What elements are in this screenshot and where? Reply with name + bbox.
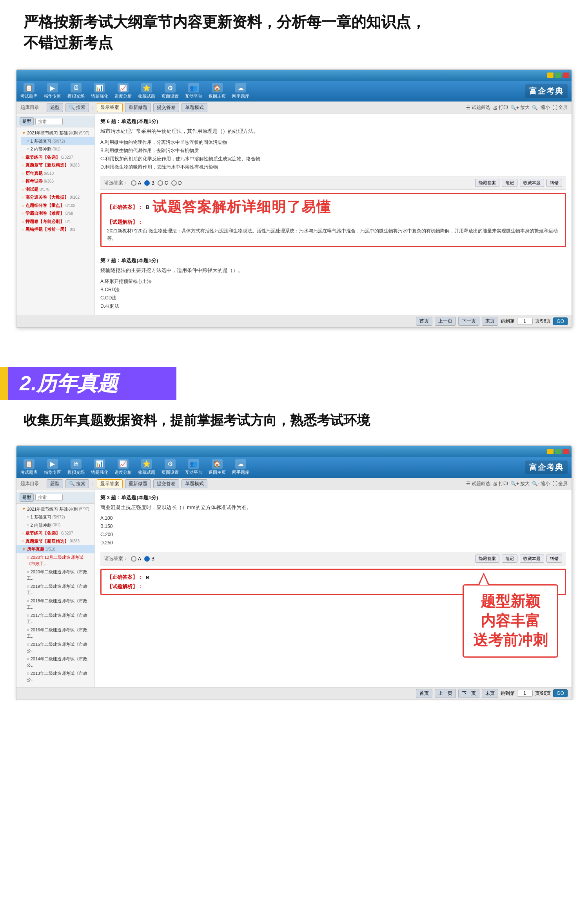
tree-item-gaofentong[interactable]: ○ 高分通关卷【大数据】0/102 xyxy=(16,193,94,201)
btn-redo[interactable]: 重新做题 xyxy=(125,103,151,112)
sidebar-tab-tixing[interactable]: 题型 xyxy=(20,117,34,125)
toolbar2-item-shoucang[interactable]: ⭐ 收藏试题 xyxy=(138,459,155,475)
tree2-2020[interactable]: ○ 2020年二级建造师考试《市政工... xyxy=(21,568,94,582)
tree-item-ceshi[interactable]: ○ 测试题0/170 xyxy=(16,185,94,194)
tree2-2015[interactable]: ○ 2015年二级建造师考试《市政公... xyxy=(21,640,94,655)
toolbar-item-wanghu[interactable]: ☁ 网乎题库 xyxy=(232,83,249,99)
btn-hide-answer[interactable]: 隐藏答案 xyxy=(475,179,499,187)
toolbar-item-yemianshe[interactable]: ⚙ 页面设置 xyxy=(162,83,179,99)
toolbar2-item-jinghua[interactable]: ▶ 精华专区 xyxy=(44,459,61,475)
btn-prev-page[interactable]: 上一页 xyxy=(435,317,456,326)
btn3-collect[interactable]: 收藏本题 xyxy=(520,555,544,563)
tree2-jichufuxi[interactable]: ○ 1 基础复习(5/972) xyxy=(21,513,94,521)
minimize-btn2[interactable] xyxy=(547,449,554,454)
radio-b[interactable] xyxy=(144,180,150,186)
go-btn2[interactable]: GO xyxy=(553,689,568,697)
btn2-zoom-out[interactable]: 🔍- 缩小 xyxy=(532,480,550,487)
q3-radio-a[interactable] xyxy=(131,556,136,562)
tree2-2017[interactable]: ○ 2017年二级建造师考试《市政工... xyxy=(21,611,94,626)
btn-print[interactable]: 🖨 打印 xyxy=(493,104,508,111)
q6-choice-c[interactable]: C xyxy=(158,180,168,186)
btn-submit[interactable]: 提交答卷 xyxy=(153,103,179,112)
btn-note[interactable]: 笔记 xyxy=(502,179,517,187)
tree2-neibuchongci[interactable]: ○ 2 内部冲刺(0/1) xyxy=(21,521,94,529)
toolbar-item-fanhui[interactable]: 🏠 返回主页 xyxy=(209,83,226,99)
tree2-zhangjie[interactable]: ○ 章节练习【备选】0/3207 xyxy=(16,529,94,537)
btn2-show-answer[interactable]: 显示答案 xyxy=(97,479,123,488)
toolbar2-item-jindu[interactable]: 📈 进度分析 xyxy=(114,459,132,475)
btn3-hide-answer[interactable]: 隐藏答案 xyxy=(475,555,499,563)
maximize-btn[interactable] xyxy=(555,73,561,78)
toolbar-item-cuotijiaqiang[interactable]: 📊 错题强化 xyxy=(91,83,108,99)
q6-choice-d[interactable]: D xyxy=(171,180,182,186)
toolbar2-item-kaoshitiku[interactable]: 📋 考试题库 xyxy=(20,459,38,475)
toolbar-item-jinghzhuanqu[interactable]: ▶ 精华专区 xyxy=(44,83,61,99)
q3-choice-b[interactable]: B xyxy=(144,556,154,562)
btn-zoom-in[interactable]: 🔍+ 放大 xyxy=(510,104,530,111)
radio-c[interactable] xyxy=(158,180,163,186)
tree2-2019[interactable]: ○ 2019年二级建造师考试《市政工... xyxy=(21,582,94,597)
toolbar2-item-cuoti[interactable]: 📊 错题强化 xyxy=(91,459,108,475)
toolbar2-item-hudong[interactable]: 👥 互动平台 xyxy=(185,459,202,475)
toolbar-item-hudong[interactable]: 👥 互动平台 xyxy=(185,83,202,99)
sub-btn2-search[interactable]: 🔍 搜索 xyxy=(65,479,89,488)
btn2-prev-page[interactable]: 上一页 xyxy=(435,689,456,698)
btn2-print[interactable]: 🖨 打印 xyxy=(493,480,508,487)
tree2-2020-12[interactable]: ○ 2020年12月二级建造师考试《市政工... xyxy=(21,553,94,568)
tree-item-dianti[interactable]: ○ 点题细分卷【重点】0/102 xyxy=(16,201,94,210)
toolbar-item-shoucang[interactable]: ⭐ 收藏试题 xyxy=(138,83,155,99)
toolbar-item-kaoshitiku[interactable]: 📋 考试题库 xyxy=(20,83,38,99)
toolbar2-item-moni[interactable]: 🖥 模拟光场 xyxy=(67,459,85,475)
radio-a[interactable] xyxy=(131,180,136,186)
btn-first-page[interactable]: 首页 xyxy=(416,317,432,326)
tree-item-linianzhuanti[interactable]: ○ 历年真题0/510 xyxy=(16,169,94,178)
tree-item-mokao[interactable]: ○ 模考试卷0/306 xyxy=(16,177,94,185)
tree-item-0[interactable]: ▼ 2021年章节练习 基础·冲刺(5/97) xyxy=(16,129,94,137)
close-btn2[interactable] xyxy=(563,449,569,454)
tree-item-zhentizhangjie[interactable]: ○ 真题章节【新辰精选】0/283 xyxy=(16,161,94,169)
btn2-fullscreen[interactable]: ⛶ 全屏 xyxy=(552,480,568,487)
btn2-single-mode[interactable]: 单题模式 xyxy=(181,479,207,488)
q3-radio-b[interactable] xyxy=(144,556,150,562)
btn3-correct[interactable]: 纠错 xyxy=(546,555,562,563)
toolbar2-item-yemian[interactable]: ⚙ 页面设置 xyxy=(162,459,179,475)
btn-show-answer[interactable]: 显示答案 xyxy=(97,103,123,112)
toolbar2-item-wanghu[interactable]: ☁ 网乎题库 xyxy=(232,459,249,475)
tree2-zhentizhangjie[interactable]: ○ 真题章节【新辰精选】0/283 xyxy=(16,537,94,546)
minimize-btn[interactable] xyxy=(547,73,554,78)
sidebar-search2[interactable] xyxy=(35,494,63,501)
q6-choice-b[interactable]: B xyxy=(144,180,154,186)
sub-btn-search[interactable]: 🔍 搜索 xyxy=(65,103,89,112)
tree2-2014[interactable]: ○ 2014年二级建造师考试《市政公... xyxy=(21,655,94,669)
page-input1[interactable] xyxy=(517,318,533,325)
tree-item-zhangjie[interactable]: ○ 章节练习【备选】0/3207 xyxy=(16,153,94,161)
btn-last-page[interactable]: 末页 xyxy=(482,317,498,326)
btn-filter[interactable]: ☰ 试题筛选 xyxy=(466,104,490,111)
btn2-first-page[interactable]: 首页 xyxy=(416,689,432,698)
btn2-zoom-in[interactable]: 🔍+ 放大 xyxy=(510,480,530,487)
btn-single-mode[interactable]: 单题模式 xyxy=(181,103,207,112)
tree2-linianzhenti[interactable]: ▼ 历年真题3/510 xyxy=(16,545,94,553)
tree-item-neibuchongci[interactable]: ○ 2 内部冲刺(0/1) xyxy=(21,145,94,153)
btn2-redo[interactable]: 重新做题 xyxy=(125,479,151,488)
btn2-filter[interactable]: ☰ 试题筛选 xyxy=(466,480,490,487)
tree2-item-0[interactable]: ▼ 2021年章节练习 基础·冲刺(5/97) xyxy=(16,505,94,513)
tree-item-yati[interactable]: ○ 押题卷【考前必刷】0/1 xyxy=(16,218,94,226)
sub-btn-tixing[interactable]: 题型 xyxy=(47,103,63,112)
tree2-2013[interactable]: ○ 2013年二级建造师考试《市政公... xyxy=(21,669,94,684)
tree-item-jichufuxi[interactable]: ○ 1 基础复习(5/972) xyxy=(21,137,94,145)
btn3-note[interactable]: 笔记 xyxy=(502,555,517,563)
btn-collect[interactable]: 收藏本题 xyxy=(520,179,544,187)
btn2-next-page[interactable]: 下一页 xyxy=(458,689,479,698)
tree-item-heizhuan[interactable]: ○ 黑钻押题【考前一周】0/1 xyxy=(16,225,94,234)
btn-next-page[interactable]: 下一页 xyxy=(458,317,479,326)
btn2-submit[interactable]: 提交答卷 xyxy=(153,479,179,488)
tree2-2018[interactable]: ○ 2018年二级建造师考试《市政工... xyxy=(21,597,94,611)
btn-correct[interactable]: 纠错 xyxy=(546,179,562,187)
btn-fullscreen[interactable]: ⛶ 全屏 xyxy=(552,104,568,111)
q6-choice-a[interactable]: A xyxy=(131,180,141,186)
radio-d[interactable] xyxy=(171,180,177,186)
page-input2[interactable] xyxy=(517,690,533,697)
btn-zoom-out[interactable]: 🔍- 缩小 xyxy=(532,104,550,111)
tree-item-xueba[interactable]: ○ 学霸自测卷【难度】0/68 xyxy=(16,209,94,218)
